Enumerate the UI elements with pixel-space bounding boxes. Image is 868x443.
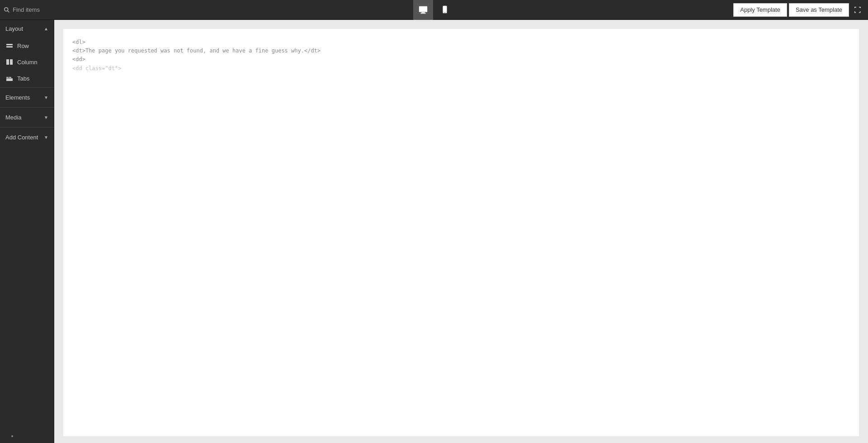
svg-rect-13 [6, 78, 13, 81]
sidebar-divider-3 [0, 127, 54, 128]
add-content-section-header[interactable]: Add Content ▼ [0, 129, 54, 146]
media-section-header[interactable]: Media ▼ [0, 109, 54, 126]
svg-rect-10 [10, 59, 13, 65]
layout-chevron-icon: ▲ [44, 26, 48, 31]
svg-rect-2 [419, 6, 427, 12]
top-bar: Find items Apply Template Save as Templa… [0, 0, 868, 20]
svg-rect-3 [421, 12, 425, 13]
main-area: Layout ▲ Row Column [0, 20, 868, 443]
row-icon [5, 42, 14, 50]
fullscreen-icon [854, 6, 861, 14]
sidebar-item-row[interactable]: Row [0, 38, 54, 54]
settings-icon [8, 428, 17, 437]
svg-rect-11 [6, 77, 9, 78]
code-line-2: <dt>The page you requested was not found… [72, 47, 850, 55]
sidebar-bottom-icon[interactable] [5, 426, 19, 439]
desktop-icon [418, 5, 428, 15]
sidebar-item-column[interactable]: Column [0, 54, 54, 70]
tabs-label: Tabs [17, 75, 29, 82]
desktop-device-button[interactable] [413, 0, 433, 20]
add-content-label: Add Content [5, 134, 38, 141]
elements-label: Elements [5, 94, 30, 101]
canvas-area[interactable]: <dl> <dt>The page you requested was not … [54, 20, 868, 443]
canvas-content: <dl> <dt>The page you requested was not … [63, 29, 859, 436]
add-content-chevron-icon: ▼ [44, 135, 48, 140]
top-bar-right: Apply Template Save as Template [733, 3, 864, 17]
svg-line-1 [8, 10, 9, 12]
layout-label: Layout [5, 25, 23, 32]
sidebar-bottom [0, 422, 54, 443]
elements-chevron-icon: ▼ [44, 95, 48, 100]
svg-rect-4 [421, 13, 426, 14]
search-placeholder-text: Find items [13, 6, 40, 13]
top-bar-left: Find items [4, 6, 40, 13]
code-line-4: <dd class="dt"> [72, 64, 850, 73]
svg-rect-7 [6, 44, 13, 45]
svg-rect-12 [9, 77, 11, 78]
layout-section-header[interactable]: Layout ▲ [0, 20, 54, 38]
svg-rect-5 [443, 5, 447, 13]
media-chevron-icon: ▼ [44, 115, 48, 120]
fullscreen-button[interactable] [851, 3, 864, 17]
elements-section-header[interactable]: Elements ▼ [0, 89, 54, 106]
svg-rect-6 [444, 12, 446, 13]
svg-rect-9 [6, 59, 9, 65]
svg-point-14 [11, 435, 13, 437]
save-template-button[interactable]: Save as Template [789, 3, 849, 17]
media-label: Media [5, 114, 21, 121]
row-label: Row [17, 43, 29, 49]
code-line-3: <dd> [72, 55, 850, 64]
mobile-icon [440, 5, 450, 15]
column-label: Column [17, 59, 38, 66]
sidebar-divider-2 [0, 107, 54, 108]
code-line-1: <dl> [72, 38, 850, 47]
svg-rect-8 [6, 46, 13, 48]
tabs-icon [5, 74, 14, 82]
svg-point-0 [5, 7, 8, 11]
search-container[interactable]: Find items [4, 6, 40, 13]
device-switcher [413, 0, 455, 20]
column-icon [5, 58, 14, 66]
mobile-device-button[interactable] [435, 0, 455, 20]
search-icon [4, 7, 10, 13]
apply-template-button[interactable]: Apply Template [733, 3, 787, 17]
sidebar-divider-1 [0, 87, 54, 88]
sidebar: Layout ▲ Row Column [0, 20, 54, 443]
sidebar-item-tabs[interactable]: Tabs [0, 70, 54, 86]
